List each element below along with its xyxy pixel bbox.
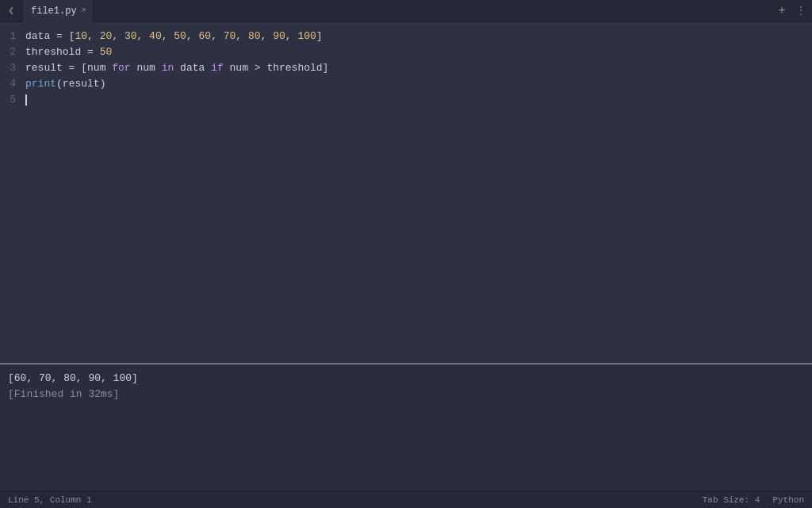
code-line-5 <box>25 92 812 108</box>
code-content[interactable]: data = [10, 20, 30, 40, 50, 60, 70, 80, … <box>25 22 812 364</box>
tab-prev-button[interactable]: ❮ <box>0 0 22 22</box>
line-number: 1 <box>6 29 16 44</box>
editor-area[interactable]: 1 2 3 4 5 data = [10, 20, 30, 40, 50, 60… <box>0 22 812 364</box>
status-bar: Line 5, Column 1 Tab Size: 4 Python <box>0 491 812 508</box>
language-indicator: Python <box>772 495 804 505</box>
tab-bar: ❮ file1.py × + ⋮ <box>0 0 812 22</box>
line-numbers: 1 2 3 4 5 <box>0 22 25 364</box>
output-wrapper: [60, 70, 80, 90, 100] [Finished in 32ms] <box>0 364 812 491</box>
text-cursor <box>25 94 27 106</box>
output-panel: [60, 70, 80, 90, 100] [Finished in 32ms] <box>0 364 812 491</box>
cursor-position: Line 5, Column 1 <box>8 495 92 505</box>
tab-size-indicator: Tab Size: 4 <box>703 495 760 505</box>
more-icon: ⋮ <box>796 5 806 17</box>
line-number: 2 <box>6 44 16 60</box>
output-finished: [Finished in 32ms] <box>8 387 804 402</box>
code-line-1: data = [10, 20, 30, 40, 50, 60, 70, 80, … <box>25 29 812 44</box>
code-line-2: threshold = 50 <box>25 44 812 60</box>
add-tab-button[interactable]: + <box>774 0 790 22</box>
active-tab[interactable]: file1.py × <box>22 0 94 22</box>
plus-icon: + <box>778 4 786 18</box>
chevron-left-icon: ❮ <box>8 5 13 17</box>
tab-menu-button[interactable]: ⋮ <box>790 0 812 22</box>
tab-filename: file1.py <box>31 6 77 17</box>
code-line-3: result = [num for num in data if num > t… <box>25 60 812 76</box>
line-number: 4 <box>6 76 16 92</box>
code-line-4: print(result) <box>25 76 812 92</box>
output-result: [60, 70, 80, 90, 100] <box>8 371 804 387</box>
line-number: 5 <box>6 92 16 108</box>
line-number: 3 <box>6 60 16 76</box>
tab-close-button[interactable]: × <box>82 6 87 15</box>
